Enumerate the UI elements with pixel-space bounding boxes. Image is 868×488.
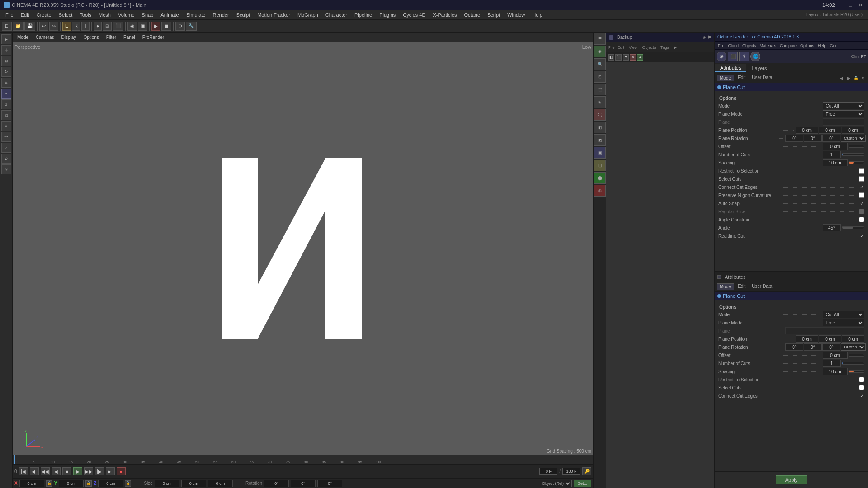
- mode-tab[interactable]: Mode: [717, 75, 734, 81]
- oct-gui[interactable]: Gui: [829, 43, 838, 48]
- z-size-input[interactable]: [208, 480, 233, 487]
- planepos-x-bot[interactable]: [796, 335, 818, 343]
- tb-edge[interactable]: ⊟: [103, 22, 112, 31]
- bottom-userdata-tab[interactable]: User Data: [749, 283, 775, 290]
- attr-close-btn[interactable]: ✕: [860, 75, 866, 81]
- objects-menu-edit[interactable]: Edit: [616, 45, 627, 50]
- selectcuts-checkbox-bot[interactable]: [859, 385, 864, 390]
- menu-volume[interactable]: Volume: [114, 11, 138, 19]
- z-lock[interactable]: 🔒: [125, 480, 131, 487]
- minimize-btn[interactable]: ─: [838, 2, 845, 8]
- tb-pts[interactable]: ●: [94, 22, 102, 31]
- objects-menu-more[interactable]: ▶: [672, 45, 679, 50]
- vs-btn-11[interactable]: ◫: [594, 160, 606, 171]
- tb-more2[interactable]: 🔧: [186, 22, 197, 31]
- bottom-edit-tab[interactable]: Edit: [735, 283, 748, 290]
- menu-octane[interactable]: Octane: [461, 11, 484, 19]
- tb-rotate[interactable]: T: [81, 22, 90, 31]
- menu-select[interactable]: Select: [55, 11, 76, 19]
- obj-icon-3[interactable]: ⚑: [623, 54, 629, 61]
- menu-script[interactable]: Script: [484, 11, 504, 19]
- vs-btn-13[interactable]: ◎: [594, 185, 606, 197]
- spacing-input-bot[interactable]: [823, 368, 848, 375]
- angle-input-top[interactable]: [823, 224, 841, 231]
- tb-more1[interactable]: ⚙: [175, 22, 185, 31]
- ls-magnet[interactable]: ⌖: [1, 121, 11, 131]
- numcuts-input-bot[interactable]: [823, 360, 841, 367]
- p-input[interactable]: [291, 480, 316, 487]
- ls-move[interactable]: ✛: [1, 45, 11, 55]
- obj-icon-1[interactable]: ◧: [608, 54, 614, 61]
- userdata-tab[interactable]: User Data: [749, 75, 775, 81]
- y-lock[interactable]: 🔒: [85, 480, 92, 487]
- oct-cube-btn[interactable]: ⬛: [728, 52, 738, 61]
- tc-prev[interactable]: ◀◀: [41, 467, 50, 475]
- set-button[interactable]: Set...: [574, 480, 591, 487]
- tb-move[interactable]: E: [62, 22, 71, 31]
- vs-btn-2[interactable]: ◉: [594, 46, 606, 57]
- planepos-x-top[interactable]: [796, 127, 818, 134]
- objects-menu-objects[interactable]: Objects: [640, 45, 658, 50]
- obj-icon-4[interactable]: ✕: [630, 54, 636, 61]
- b-input[interactable]: [317, 480, 342, 487]
- menu-sculpt[interactable]: Sculpt: [233, 11, 254, 19]
- vt-prorender[interactable]: ProRender: [140, 34, 167, 40]
- planerot-custom-bot[interactable]: CustomXY: [841, 343, 866, 351]
- planepos-z-top[interactable]: [842, 127, 864, 134]
- planerot-y-top[interactable]: [804, 135, 822, 142]
- preserve-checkbox-top[interactable]: [859, 192, 864, 198]
- menu-window[interactable]: Window: [504, 11, 528, 19]
- vt-mode[interactable]: Mode: [14, 34, 31, 40]
- vs-btn-6[interactable]: ⊞: [594, 96, 606, 108]
- menu-simulate[interactable]: Simulate: [183, 11, 209, 19]
- attr-prev-btn[interactable]: ◀: [838, 75, 844, 81]
- tb-new[interactable]: 🗋: [2, 22, 12, 31]
- offset-input-bot[interactable]: [823, 352, 848, 359]
- objects-menu-tags[interactable]: Tags: [659, 45, 671, 50]
- mode-select-bot[interactable]: Cut All: [823, 311, 865, 318]
- vs-btn-4[interactable]: ⊡: [594, 71, 606, 83]
- tc-play[interactable]: ▶: [73, 467, 82, 475]
- ls-live[interactable]: ◈: [1, 78, 11, 88]
- bottom-mode-tab[interactable]: Mode: [717, 283, 734, 290]
- ls-select[interactable]: ▶: [1, 34, 11, 44]
- tb-render[interactable]: ▶: [151, 22, 160, 31]
- current-frame-input[interactable]: [539, 468, 557, 475]
- restrict-checkbox-top[interactable]: [859, 168, 864, 174]
- maximize-btn[interactable]: □: [847, 2, 854, 8]
- menu-snap[interactable]: Snap: [138, 11, 157, 19]
- vs-btn-9[interactable]: ◩: [594, 134, 606, 146]
- vs-btn-3[interactable]: 🔍: [594, 58, 606, 70]
- ls-knife[interactable]: ✂: [1, 89, 11, 99]
- menu-edit[interactable]: Edit: [17, 11, 33, 19]
- tab-attributes[interactable]: Attributes: [715, 64, 746, 72]
- oct-cloud[interactable]: Cloud: [727, 43, 741, 48]
- oct-objects[interactable]: Objects: [741, 43, 758, 48]
- planemode-select-bot[interactable]: Free: [823, 319, 865, 326]
- tc-end[interactable]: ▶|: [106, 467, 115, 475]
- planerot-x-bot[interactable]: [785, 343, 803, 351]
- menu-tools[interactable]: Tools: [76, 11, 95, 19]
- ls-scale[interactable]: ⊠: [1, 56, 11, 66]
- menu-pipeline[interactable]: Pipeline: [351, 11, 376, 19]
- vs-btn-12[interactable]: ⬤: [594, 172, 606, 184]
- objects-menu-view[interactable]: View: [627, 45, 639, 50]
- tb-scale[interactable]: R: [72, 22, 80, 31]
- oct-env-btn[interactable]: 🌐: [750, 52, 760, 61]
- y-size-input[interactable]: [181, 480, 206, 487]
- tb-save[interactable]: 💾: [24, 22, 35, 31]
- tb-redo[interactable]: ↪: [49, 22, 58, 31]
- vs-btn-8[interactable]: ◧: [594, 122, 606, 133]
- tc-prev-key[interactable]: ◀|: [30, 467, 39, 475]
- close-btn[interactable]: ✕: [857, 2, 864, 8]
- planerot-z-bot[interactable]: [822, 343, 840, 351]
- mode-select-top[interactable]: Cut AllCut Visible: [823, 102, 865, 109]
- restrict-checkbox-bot[interactable]: [859, 377, 864, 382]
- ls-sculpt[interactable]: 🖌: [1, 154, 11, 164]
- planerot-x-top[interactable]: [785, 135, 803, 142]
- plane-input-top[interactable]: [823, 118, 865, 126]
- obj-icon-2[interactable]: ⬛: [615, 54, 622, 61]
- menu-cycles[interactable]: Cycles 4D: [399, 11, 429, 19]
- tb-undo[interactable]: ↩: [39, 22, 48, 31]
- menu-render[interactable]: Render: [209, 11, 232, 19]
